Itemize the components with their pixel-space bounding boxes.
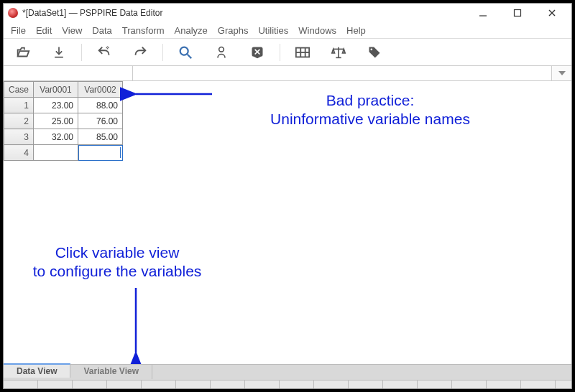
toolbar-sep xyxy=(162,44,163,61)
menu-graphs[interactable]: Graphs xyxy=(218,25,249,36)
app-window: *[DataSet1] — PSPPIRE Data Editor File E… xyxy=(3,3,572,389)
menu-analyze[interactable]: Analyze xyxy=(175,25,208,36)
data-grid: Case Var0001 Var0002 1 23.00 88.00 2 25.… xyxy=(4,81,123,161)
svg-point-9 xyxy=(219,47,224,52)
main-area: Case Var0001 Var0002 1 23.00 88.00 2 25.… xyxy=(4,81,571,364)
window-title: *[DataSet1] — PSPPIRE Data Editor xyxy=(22,8,472,18)
cell[interactable]: 32.00 xyxy=(34,129,78,145)
maximize-button[interactable] xyxy=(507,5,528,21)
menu-windows[interactable]: Windows xyxy=(298,25,336,36)
tab-data-view[interactable]: Data View xyxy=(4,363,70,378)
undo-icon[interactable] xyxy=(96,45,112,60)
open-icon[interactable] xyxy=(15,45,31,60)
minimize-button[interactable] xyxy=(472,5,494,21)
svg-rect-1 xyxy=(515,10,521,17)
menu-help[interactable]: Help xyxy=(346,25,366,36)
search-icon[interactable] xyxy=(178,45,193,60)
tag-icon[interactable] xyxy=(367,45,382,60)
menu-view[interactable]: View xyxy=(62,25,82,36)
grid-icon[interactable] xyxy=(295,45,310,60)
row-header[interactable]: 1 xyxy=(4,98,34,113)
svg-line-8 xyxy=(188,54,192,58)
menu-file[interactable]: File xyxy=(11,25,26,36)
cell[interactable]: 76.00 xyxy=(78,113,123,129)
toolbar-sep xyxy=(280,44,280,61)
table-row: 3 32.00 85.00 xyxy=(4,129,123,145)
name-bar xyxy=(4,65,571,81)
svg-point-7 xyxy=(180,47,188,55)
annotation-variable-view: Click variable view to configure the var… xyxy=(9,243,225,281)
scales-icon[interactable] xyxy=(331,45,346,60)
annotation-bad-practice: Bad practice: Uninformative variable nam… xyxy=(234,91,507,129)
toolbar-sep xyxy=(81,44,82,61)
col-var0002[interactable]: Var0002 xyxy=(78,82,123,98)
titlebar: *[DataSet1] — PSPPIRE Data Editor xyxy=(4,4,571,22)
menu-data[interactable]: Data xyxy=(92,25,111,36)
menu-utilities[interactable]: Utilities xyxy=(258,25,288,36)
menu-edit[interactable]: Edit xyxy=(36,25,52,36)
row-header[interactable]: 4 xyxy=(4,145,34,161)
name-box[interactable] xyxy=(4,66,133,80)
formula-box[interactable] xyxy=(133,66,551,80)
svg-point-19 xyxy=(371,48,373,50)
annotation-arrow-down xyxy=(4,282,219,364)
cell[interactable]: 88.00 xyxy=(78,98,123,113)
row-header[interactable]: 2 xyxy=(4,113,34,129)
col-case[interactable]: Case xyxy=(4,82,34,98)
cell[interactable]: 25.00 xyxy=(34,113,78,129)
redo-icon[interactable] xyxy=(132,45,148,60)
save-icon[interactable] xyxy=(51,45,67,60)
close-button[interactable] xyxy=(541,5,563,21)
info-icon[interactable] xyxy=(213,45,229,60)
app-icon xyxy=(8,8,18,18)
table-row: 1 23.00 88.00 xyxy=(4,98,123,113)
cell[interactable] xyxy=(34,145,78,161)
toolbar xyxy=(4,38,571,65)
menu-bar: File Edit View Data Transform Analyze Gr… xyxy=(4,22,571,38)
cell[interactable]: 85.00 xyxy=(78,129,123,145)
menu-transform[interactable]: Transform xyxy=(122,25,165,36)
cell-active[interactable] xyxy=(78,145,123,161)
row-header[interactable]: 3 xyxy=(4,129,34,145)
table-row: 4 xyxy=(4,145,123,161)
col-var0001[interactable]: Var0001 xyxy=(34,82,78,98)
name-dropdown[interactable] xyxy=(551,66,571,80)
view-tabs: Data View Variable View xyxy=(4,364,571,388)
table-row: 2 25.00 76.00 xyxy=(4,113,123,129)
close-x-icon[interactable] xyxy=(249,45,265,60)
tab-variable-view[interactable]: Variable View xyxy=(70,365,152,379)
footer-cells xyxy=(4,380,571,388)
window-controls xyxy=(472,5,563,21)
cell[interactable]: 23.00 xyxy=(34,98,78,113)
